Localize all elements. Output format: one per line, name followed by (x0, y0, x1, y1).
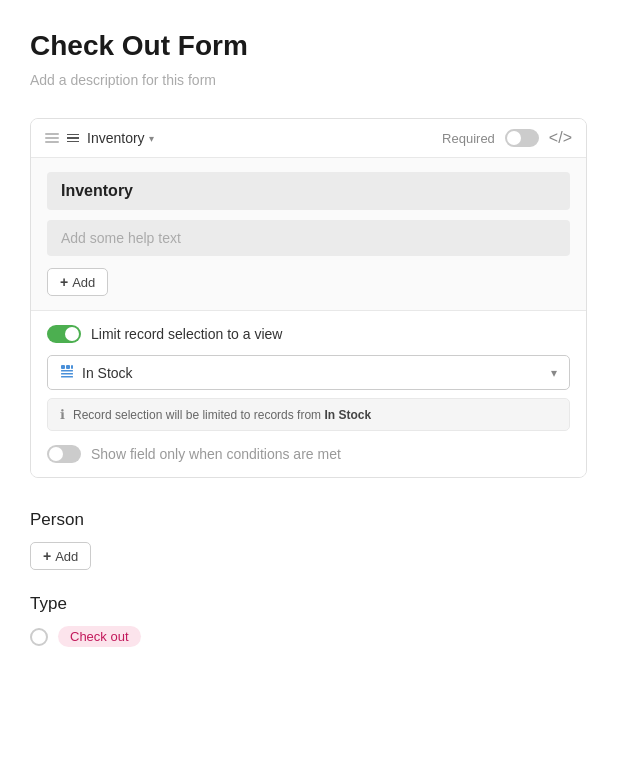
inventory-label-button[interactable]: Inventory ▾ (87, 130, 154, 146)
show-conditions-row: Show field only when conditions are met (47, 445, 570, 463)
required-toggle[interactable] (505, 129, 539, 147)
person-add-button[interactable]: + Add (30, 542, 91, 570)
inventory-label-text: Inventory (87, 130, 145, 146)
view-select-wrapper: In Stock ▾ (47, 355, 570, 390)
required-label: Required (442, 131, 495, 146)
code-icon-button[interactable]: </> (549, 129, 572, 147)
type-field-section: Type Check out (30, 580, 587, 661)
svg-rect-4 (61, 373, 73, 375)
type-field-title: Type (30, 594, 587, 614)
header-right: Required </> (442, 129, 572, 147)
help-text-placeholder[interactable]: Add some help text (47, 220, 570, 256)
svg-rect-0 (61, 365, 65, 369)
header-left: Inventory ▾ (45, 130, 154, 146)
form-description: Add a description for this form (30, 72, 587, 88)
limit-row: Limit record selection to a view (47, 325, 570, 343)
info-row: ℹ Record selection will be limited to re… (47, 398, 570, 431)
toggle-slider (505, 129, 539, 147)
svg-rect-2 (71, 365, 73, 369)
code-icon: </> (549, 129, 572, 146)
checkout-badge: Check out (58, 626, 141, 647)
inventory-field-header: Inventory ▾ Required </> (31, 119, 586, 157)
info-text: Record selection will be limited to reco… (73, 408, 371, 422)
info-icon: ℹ (60, 407, 65, 422)
page-wrapper: Check Out Form Add a description for thi… (0, 0, 617, 691)
info-text-prefix: Record selection will be limited to reco… (73, 408, 321, 422)
inventory-field-card: Inventory ▾ Required </> Inventory Add s… (30, 118, 587, 478)
drag-handle[interactable] (45, 133, 59, 143)
person-field-title: Person (30, 510, 587, 530)
select-chevron-icon: ▾ (551, 366, 557, 380)
field-type-lines-icon (67, 134, 79, 143)
svg-rect-5 (61, 376, 73, 378)
form-title: Check Out Form (30, 30, 587, 62)
person-add-label: Add (55, 549, 78, 564)
plus-icon: + (60, 274, 68, 290)
limit-label: Limit record selection to a view (91, 326, 282, 342)
svg-rect-3 (61, 370, 73, 372)
conditions-label: Show field only when conditions are met (91, 446, 341, 462)
radio-button-checkout[interactable] (30, 628, 48, 646)
chevron-down-icon: ▾ (149, 133, 154, 144)
limit-toggle-slider (47, 325, 81, 343)
inventory-add-button[interactable]: + Add (47, 268, 108, 296)
conditions-toggle-slider (47, 445, 81, 463)
checkout-option: Check out (30, 626, 587, 647)
field-name-display: Inventory (47, 172, 570, 210)
limit-toggle[interactable] (47, 325, 81, 343)
svg-rect-1 (66, 365, 70, 369)
grid-icon (60, 364, 74, 381)
add-button-label: Add (72, 275, 95, 290)
field-settings: Limit record selection to a view (31, 310, 586, 477)
conditions-toggle[interactable] (47, 445, 81, 463)
person-field-section: Person + Add (30, 494, 587, 580)
form-header: Check Out Form Add a description for thi… (30, 20, 587, 118)
view-select-text: In Stock (82, 365, 543, 381)
inventory-field-body: Inventory Add some help text + Add (31, 157, 586, 310)
plus-icon: + (43, 548, 51, 564)
view-select[interactable]: In Stock ▾ (47, 355, 570, 390)
info-text-view: In Stock (324, 408, 371, 422)
